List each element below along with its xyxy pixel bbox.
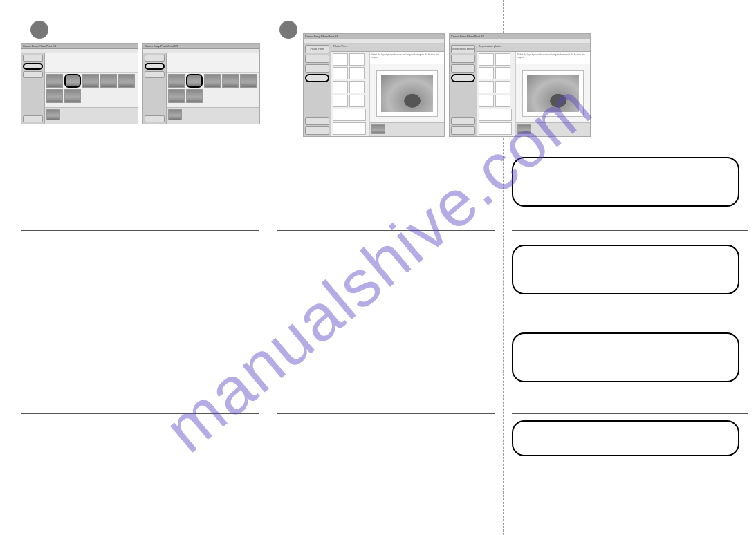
window-title: Canon Easy-PhotoPrint EX (145, 44, 178, 48)
sidebar-photo-print[interactable]: Impression photo (451, 45, 475, 53)
app-sidebar (143, 53, 167, 124)
step-bullet (30, 21, 48, 39)
sidebar-select-paper[interactable] (305, 55, 329, 63)
note-box (512, 420, 739, 456)
layout-options[interactable] (331, 52, 370, 136)
sidebar-help-button[interactable] (305, 117, 329, 125)
selection-tray (45, 107, 138, 124)
sidebar-select-button[interactable] (23, 63, 43, 70)
window-title: Canon Easy-PhotoPrint EX (451, 35, 484, 38)
sidebar-exit-button[interactable] (23, 115, 43, 122)
note-box (512, 245, 739, 294)
app-sidebar: Impression photo (450, 44, 477, 136)
screenshot-row: Canon Easy-PhotoPrint EX (21, 43, 260, 124)
sidebar-photo-print[interactable]: Photo Print (305, 45, 329, 53)
folder-tree[interactable] (45, 53, 138, 73)
sidebar-exit-button[interactable] (145, 115, 165, 122)
preview-photo (381, 75, 432, 111)
selected-thumb[interactable] (64, 74, 81, 88)
sidebar-menu-button[interactable] (23, 55, 43, 62)
sidebar-exit-button[interactable] (451, 126, 475, 135)
manual-page-left: Canon Easy-PhotoPrint EX (0, 0, 268, 535)
sidebar-select-paper[interactable] (451, 55, 475, 63)
app-sidebar: Photo Print (304, 44, 331, 136)
sidebar-print-button[interactable] (145, 71, 165, 78)
sidebar-layout-print[interactable] (451, 64, 475, 73)
window-title: Canon Easy-PhotoPrint EX (305, 35, 338, 38)
screenshot-browse-fr: Canon Easy-PhotoPrint EX (142, 43, 260, 124)
thumbnail-grid[interactable] (45, 73, 138, 107)
note-box (512, 157, 739, 207)
selection-tray (167, 107, 259, 124)
sidebar-print-button[interactable] (305, 74, 329, 82)
manual-page-middle: Canon Easy-PhotoPrint EX Photo Print Pho… (268, 0, 504, 535)
sidebar-print-button[interactable] (23, 71, 43, 78)
screenshot-browse-en: Canon Easy-PhotoPrint EX (21, 43, 138, 124)
window-title: Canon Easy-PhotoPrint EX (23, 44, 56, 48)
selected-thumb[interactable] (186, 74, 203, 88)
screenshot-layout-en: Canon Easy-PhotoPrint EX Photo Print Pho… (303, 33, 445, 137)
sidebar-print-button[interactable] (451, 74, 475, 82)
step-bullet (279, 21, 297, 39)
sidebar-help-button[interactable] (451, 117, 475, 125)
folder-tree[interactable] (167, 53, 259, 73)
note-box (512, 332, 739, 382)
thumbnail-grid[interactable] (167, 73, 259, 107)
layout-header: Photo Print (331, 44, 444, 52)
sidebar-select-button[interactable] (145, 63, 165, 70)
sidebar-menu-button[interactable] (145, 55, 165, 62)
sidebar-layout-print[interactable] (305, 64, 329, 73)
app-sidebar (21, 53, 45, 124)
sidebar-exit-button[interactable] (305, 126, 329, 135)
manual-page-right (504, 0, 756, 535)
print-preview: Select the layout you wish to use and dr… (370, 52, 444, 136)
